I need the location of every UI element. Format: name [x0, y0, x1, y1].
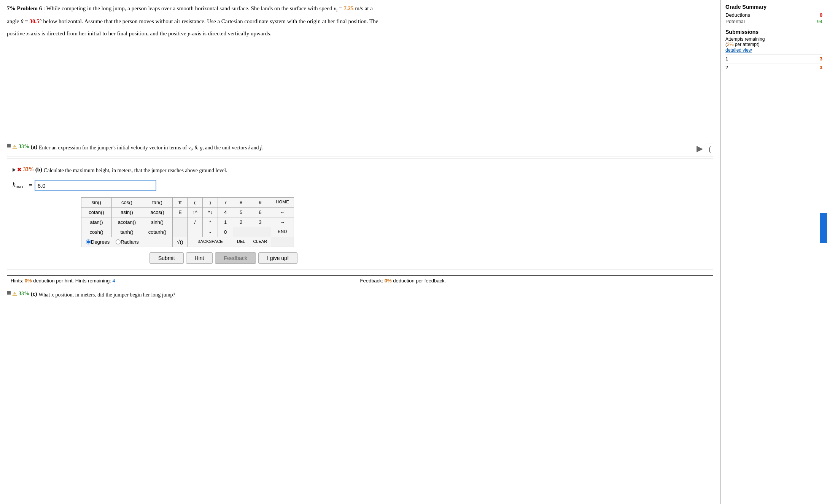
up-down-button[interactable]: ^↓ — [203, 208, 218, 217]
two-button[interactable]: 2 — [233, 217, 249, 227]
empty-cell-4 — [249, 227, 271, 237]
star-button[interactable]: * — [203, 217, 218, 227]
plus-button[interactable]: + — [188, 227, 203, 237]
atan-button[interactable]: atan() — [81, 217, 112, 227]
nine-button[interactable]: 9 — [249, 198, 271, 208]
empty-space — [7, 41, 713, 140]
right-panel: Grade Summary Deductions 0 Potential 94 … — [720, 0, 827, 504]
hmax-sub: max — [16, 184, 24, 189]
feedback-text2: deduction per feedback. — [393, 278, 446, 284]
tan-button[interactable]: tan() — [142, 198, 173, 208]
degrees-label[interactable]: Degrees — [91, 239, 110, 245]
problem-weight: 7% — [7, 5, 16, 11]
part-a-letter: (a) — [31, 144, 38, 150]
sinh-button[interactable]: sinh() — [142, 217, 173, 227]
hints-right: Feedback: 0% deduction per feedback. — [360, 278, 710, 284]
hmax-label: hmax — [13, 181, 24, 190]
submit-button[interactable]: Submit — [149, 252, 184, 264]
attempts-pct-row: (3% per attempt) — [725, 42, 822, 47]
del-button[interactable]: DEL — [233, 237, 249, 247]
clear-button[interactable]: CLEAR — [249, 237, 271, 247]
detailed-link-row: detailed view — [725, 47, 822, 53]
cotan-button[interactable]: cotan() — [81, 208, 112, 217]
feedback-label: Feedback: — [360, 278, 385, 284]
sin-button[interactable]: sin() — [81, 198, 112, 208]
minus-button[interactable]: - — [203, 227, 218, 237]
four-button[interactable]: 4 — [218, 208, 233, 217]
attempts-pct: 3% — [727, 42, 733, 47]
theta-value: 30.5 — [30, 18, 40, 24]
problem-number: 6 — [39, 5, 42, 11]
problem-unit: m/s at a — [353, 5, 372, 11]
zero-button[interactable]: 0 — [218, 227, 233, 237]
asin-button[interactable]: asin() — [112, 208, 142, 217]
part-a-icon — [7, 144, 11, 147]
part-c-percent: 33% — [19, 291, 29, 297]
radians-label[interactable]: Radians — [121, 239, 139, 245]
part-a-row: ⚠ 33% (a) Enter an expression for the ju… — [7, 142, 713, 157]
problem-statement: 7% Problem 6 : While competing in the lo… — [7, 4, 713, 14]
part-a-expand-icon[interactable]: ▶ — [697, 144, 703, 154]
slash-button[interactable]: / — [188, 217, 203, 227]
problem-text1: : While competing in the long jump, a pe… — [43, 5, 344, 11]
cos-button[interactable]: cos() — [112, 198, 142, 208]
part-a-text: Enter an expression for the jumper's ini… — [39, 144, 263, 152]
deductions-row: Deductions 0 — [725, 12, 822, 18]
hints-remaining[interactable]: 4 — [112, 278, 115, 284]
potential-row: Potential 94 — [725, 19, 822, 24]
open-paren-button[interactable]: ( — [188, 198, 203, 208]
empty-cell-1 — [173, 217, 188, 227]
backspace-button[interactable]: BACKSPACE — [188, 237, 233, 247]
seven-button[interactable]: 7 — [218, 198, 233, 208]
sqrt-button[interactable]: √() — [173, 237, 188, 247]
end-button[interactable]: END — [271, 227, 294, 237]
backspace-arrow-button[interactable]: ← — [271, 208, 294, 217]
hint-button[interactable]: Hint — [186, 252, 213, 264]
cosh-button[interactable]: cosh() — [81, 227, 112, 237]
part-a-warning-icon: ⚠ — [12, 144, 17, 150]
sub1-num: 1 — [725, 56, 728, 62]
hints-text2: deduction per hint. Hints remaining: — [33, 278, 112, 284]
eight-button[interactable]: 8 — [233, 198, 249, 208]
potential-value: 94 — [817, 19, 822, 24]
empty-cell-5 — [271, 237, 294, 247]
cotanh-button[interactable]: cotanh() — [142, 227, 173, 237]
six-button[interactable]: 6 — [249, 208, 271, 217]
hmax-row: hmax = — [13, 180, 708, 191]
home-button[interactable]: HOME — [271, 198, 294, 208]
sub1-grade: 3 — [820, 56, 822, 62]
submissions-title: Submissions — [725, 29, 822, 35]
hints-bar: Hints: 0% deduction per hint. Hints rema… — [7, 275, 713, 286]
attempts-label: Attempts remaining — [725, 36, 765, 42]
degrees-radio[interactable] — [86, 239, 91, 244]
part-b-text: Calculate the maximum height, in meters,… — [44, 166, 227, 174]
part-c-warning-icon: ⚠ — [12, 291, 17, 297]
acos-button[interactable]: acos() — [142, 208, 173, 217]
give-up-button[interactable]: I give up! — [258, 252, 297, 264]
radians-radio[interactable] — [116, 239, 121, 244]
one-button[interactable]: 1 — [218, 217, 233, 227]
e-button[interactable]: E — [173, 208, 188, 217]
three-button[interactable]: 3 — [249, 217, 271, 227]
calc-container: sin() cos() tan() cotan() asin() acos() … — [81, 197, 708, 247]
deductions-value: 0 — [820, 12, 822, 18]
vf-value: 7.25 — [344, 5, 353, 11]
part-b-letter: (b) — [35, 166, 42, 173]
hints-deduction-pct: 0% — [25, 278, 32, 284]
feedback-button[interactable]: Feedback — [215, 252, 256, 264]
close-paren-button[interactable]: ) — [203, 198, 218, 208]
pi-button[interactable]: π — [173, 198, 188, 208]
submission-1-row: 1 3 — [725, 54, 822, 62]
right-arrow-button[interactable]: → — [271, 217, 294, 227]
acotan-button[interactable]: acotan() — [112, 217, 142, 227]
blue-bar — [820, 213, 827, 243]
func-grid: sin() cos() tan() cotan() asin() acos() … — [81, 197, 173, 247]
five-button[interactable]: 5 — [233, 208, 249, 217]
action-buttons: Submit Hint Feedback I give up! — [149, 252, 708, 264]
tanh-button[interactable]: tanh() — [112, 227, 142, 237]
up-arrow-button[interactable]: ↑^ — [188, 208, 203, 217]
part-b-row: ✖ 33% (b) Calculate the maximum height, … — [13, 165, 708, 176]
sub2-grade: 3 — [820, 65, 822, 70]
hmax-input[interactable] — [35, 180, 156, 191]
detailed-view-link[interactable]: detailed view — [725, 48, 752, 53]
